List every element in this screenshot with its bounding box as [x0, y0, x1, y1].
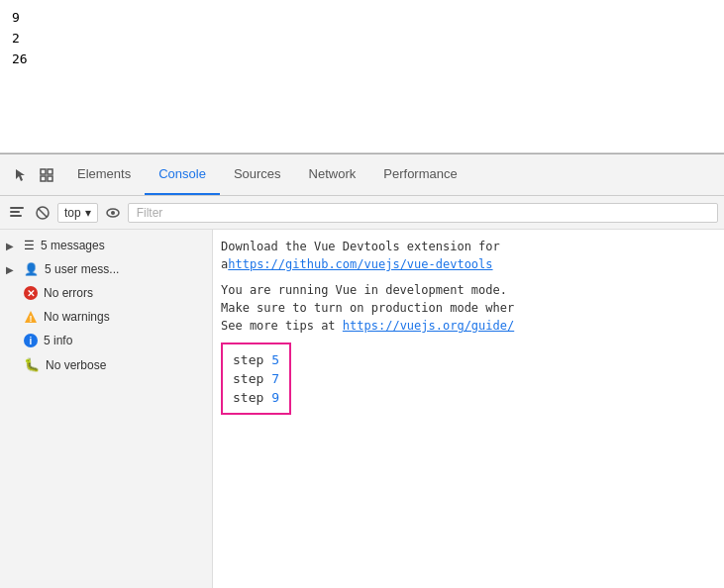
sidebar-user-messages-label: 5 user mess...: [45, 262, 119, 276]
cursor-icon[interactable]: [10, 164, 32, 186]
error-icon: ✕: [24, 286, 38, 300]
svg-rect-4: [10, 207, 24, 209]
console-link-1[interactable]: https://github.com/vuejs/vue-devtools: [228, 257, 492, 271]
console-link-2[interactable]: https://vuejs.org/guide/: [343, 319, 514, 333]
sidebar-info-label: 5 info: [44, 334, 72, 347]
sidebar-warnings-label: No warnings: [44, 310, 110, 324]
console-output: Download the Vue Devtools extension for …: [213, 230, 724, 588]
user-icon: 👤: [24, 262, 39, 276]
sidebar-item-warnings[interactable]: ! No warnings: [0, 305, 212, 329]
svg-rect-6: [10, 215, 22, 217]
clear-console-icon[interactable]: [6, 202, 28, 224]
page-numbers: 9 2 26: [12, 8, 712, 69]
step-2-label: step: [233, 371, 263, 386]
console-msg-1: Download the Vue Devtools extension for …: [221, 236, 716, 275]
sidebar-verbose-label: No verbose: [46, 358, 106, 372]
svg-rect-1: [48, 169, 52, 174]
svg-line-8: [39, 208, 48, 217]
sidebar-item-info[interactable]: i 5 info: [0, 329, 212, 352]
arrow-icon: ▶: [6, 241, 18, 251]
list-icon: ☰: [24, 239, 35, 252]
devtools-toolbar-icons: [4, 164, 63, 186]
svg-text:!: !: [30, 314, 33, 324]
eye-icon[interactable]: [102, 202, 124, 224]
svg-rect-0: [41, 169, 46, 174]
tab-network[interactable]: Network: [295, 154, 370, 195]
sidebar-item-errors[interactable]: ✕ No errors: [0, 281, 212, 305]
filter-placeholder: Filter: [137, 206, 163, 220]
steps-highlight-box: step 5 step 7 step 9: [221, 343, 291, 415]
filter-input[interactable]: Filter: [128, 203, 718, 223]
sidebar-item-user-messages[interactable]: ▶ 👤 5 user mess...: [0, 257, 212, 281]
info-icon: i: [24, 334, 38, 347]
svg-rect-2: [41, 176, 46, 181]
inspect-icon[interactable]: [36, 164, 57, 186]
context-value: top: [64, 206, 81, 220]
tab-sources[interactable]: Sources: [220, 154, 295, 195]
console-toolbar: top ▾ Filter: [0, 196, 724, 230]
svg-point-10: [111, 211, 115, 215]
tab-console[interactable]: Console: [145, 154, 220, 195]
console-sidebar: ▶ ☰ 5 messages ▶ 👤 5 user mess... ✕ No e…: [0, 230, 213, 588]
tab-elements[interactable]: Elements: [63, 154, 145, 195]
number-9: 9: [12, 8, 712, 29]
block-icon[interactable]: [32, 202, 53, 224]
dropdown-arrow-icon: ▾: [85, 206, 91, 220]
number-26: 26: [12, 49, 712, 70]
devtools-panel: Elements Console Sources Network Perform…: [0, 153, 724, 588]
step-2-line: step 7: [233, 369, 279, 388]
tab-performance[interactable]: Performance: [369, 154, 470, 195]
bug-icon: 🐛: [24, 357, 40, 372]
sidebar-item-messages[interactable]: ▶ ☰ 5 messages: [0, 234, 212, 257]
page-area: 9 2 26: [0, 0, 724, 153]
arrow-icon-2: ▶: [6, 264, 18, 275]
console-msg-2-text: You are running Vue in development mode.…: [221, 283, 514, 333]
step-3-label: step: [233, 390, 263, 405]
svg-rect-3: [48, 176, 52, 181]
devtools-tabs-bar: Elements Console Sources Network Perform…: [0, 154, 724, 196]
step-1-label: step: [233, 352, 263, 367]
devtools-main: ▶ ☰ 5 messages ▶ 👤 5 user mess... ✕ No e…: [0, 230, 724, 588]
sidebar-errors-label: No errors: [44, 286, 93, 300]
step-2-num: 7: [271, 371, 279, 386]
sidebar-item-verbose[interactable]: 🐛 No verbose: [0, 352, 212, 377]
step-1-line: step 5: [233, 350, 279, 369]
number-2: 2: [12, 29, 712, 49]
warning-icon: !: [24, 310, 38, 324]
step-1-num: 5: [271, 352, 279, 367]
step-3-num: 9: [271, 390, 279, 405]
console-msg-2: You are running Vue in development mode.…: [221, 279, 716, 337]
step-3-line: step 9: [233, 388, 279, 407]
sidebar-messages-label: 5 messages: [41, 239, 105, 252]
context-selector[interactable]: top ▾: [57, 203, 98, 223]
svg-rect-5: [10, 211, 20, 213]
